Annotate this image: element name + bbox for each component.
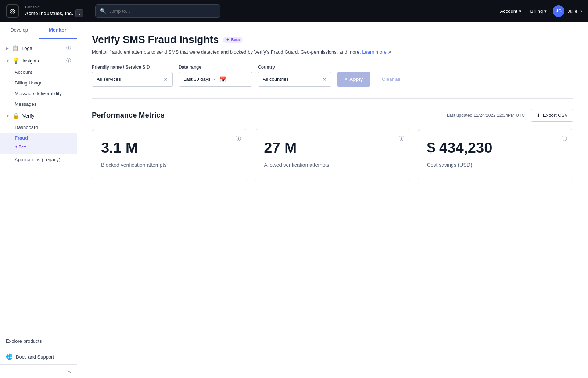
sidebar-tab-group: Develop Monitor (0, 22, 77, 39)
account-menu-button[interactable]: Account ▾ (497, 7, 524, 15)
allowed-value: 27 M (264, 140, 401, 156)
external-link-icon: ↗ (388, 50, 391, 54)
org-toggle-button[interactable]: ⌄ (75, 9, 83, 17)
sidebar: Develop Monitor ▶ 📋 Logs ⓘ ▼ 💡 Insights … (0, 22, 77, 378)
logs-label: Logs (22, 46, 32, 51)
blocked-info-icon[interactable]: ⓘ (236, 135, 241, 142)
page-title: Verify SMS Fraud Insights (92, 34, 219, 46)
learn-more-link[interactable]: Learn more (362, 49, 386, 55)
export-csv-button[interactable]: ⬇ Export CSV (531, 109, 573, 122)
sidebar-footer: 🌐 Docs and Support ⋯ (0, 349, 77, 364)
date-filter-label: Date range (179, 65, 252, 70)
clear-all-button[interactable]: Clear all (376, 72, 406, 87)
clear-all-label: Clear all (382, 76, 401, 82)
performance-header: Performance Metrics Last updated 12/24/2… (92, 109, 573, 122)
blocked-value: 3.1 M (101, 140, 238, 156)
org-name: Acme Industries, Inc. (25, 11, 73, 16)
export-label: Export CSV (543, 112, 568, 118)
account-label: Account (500, 8, 517, 14)
logs-chevron-icon: ▶ (6, 46, 9, 50)
user-chevron-icon[interactable]: ▾ (580, 9, 582, 13)
sidebar-collapse-button[interactable]: « (0, 364, 77, 378)
page-header: Verify SMS Fraud Insights Beta (92, 34, 573, 46)
performance-title: Performance Metrics (92, 111, 165, 119)
date-filter-group: Date range Last 30 days ▾ 📅 (179, 65, 252, 87)
globe-icon: 🌐 (6, 353, 13, 360)
sidebar-item-messages[interactable]: Messages (0, 99, 77, 109)
docs-support-item[interactable]: 🌐 Docs and Support ⋯ (6, 353, 71, 360)
global-search[interactable]: 🔍 (95, 4, 220, 18)
org-name-group[interactable]: Acme Industries, Inc. ⌄ (25, 9, 83, 17)
country-filter-select[interactable]: All countries ✕ (258, 72, 331, 87)
username[interactable]: Julie (567, 8, 577, 14)
verify-chevron-icon: ▼ (6, 114, 10, 118)
search-input[interactable] (109, 8, 215, 14)
section-divider (92, 98, 573, 99)
tab-monitor[interactable]: Monitor (39, 22, 77, 39)
country-filter-label: Country (258, 65, 331, 70)
billing-chevron-icon: ▾ (544, 8, 547, 14)
more-icon[interactable]: ⋯ (66, 354, 71, 360)
beta-tag: Beta (223, 37, 243, 43)
insights-info-icon[interactable]: ⓘ (66, 57, 71, 64)
search-icon: 🔍 (100, 8, 106, 14)
metric-card-allowed: ⓘ 27 M Allowed verification attempts (255, 129, 410, 180)
service-clear-icon[interactable]: ✕ (164, 76, 168, 82)
allowed-label: Allowed verification attempts (264, 162, 401, 168)
apply-button[interactable]: ≡ Apply (337, 72, 370, 87)
filters-row: Friendly name / Service SID All services… (92, 65, 573, 87)
last-updated: Last updated 12/24/2022 12:34PM UTC (447, 113, 525, 118)
service-filter-select[interactable]: All services ✕ (92, 72, 173, 87)
date-chevron-icon: ▾ (214, 77, 215, 81)
metrics-row: ⓘ 3.1 M Blocked verification attempts ⓘ … (92, 129, 573, 180)
service-filter-group: Friendly name / Service SID All services… (92, 65, 173, 87)
sidebar-item-logs[interactable]: ▶ 📋 Logs ⓘ (0, 42, 77, 54)
logs-icon: 📋 (12, 45, 19, 51)
sidebar-nav: ▶ 📋 Logs ⓘ ▼ 💡 Insights ⓘ Account Billin… (0, 39, 77, 334)
sidebar-item-insights[interactable]: ▼ 💡 Insights ⓘ (0, 54, 77, 67)
account-chevron-icon: ▾ (519, 8, 521, 14)
app-logo: ◎ (6, 4, 19, 18)
app-layout: Develop Monitor ▶ 📋 Logs ⓘ ▼ 💡 Insights … (0, 22, 588, 378)
metric-card-savings: ⓘ $ 434,230 Cost savings (USD) (418, 129, 573, 180)
sidebar-item-fraud[interactable]: Fraud Beta (0, 133, 77, 154)
sidebar-item-applications-legacy[interactable]: Applications (Legacy) (0, 154, 77, 165)
top-navigation: ◎ Console Acme Industries, Inc. ⌄ 🔍 Acco… (0, 0, 588, 22)
savings-value: $ 434,230 (427, 140, 564, 156)
tab-develop[interactable]: Develop (0, 22, 39, 39)
docs-support-label: Docs and Support (16, 354, 54, 360)
allowed-info-icon[interactable]: ⓘ (399, 135, 404, 142)
billing-label: Billing (530, 8, 543, 14)
add-icon: ＋ (65, 337, 71, 345)
metric-card-blocked: ⓘ 3.1 M Blocked verification attempts (92, 129, 247, 180)
logs-info-icon[interactable]: ⓘ (66, 45, 71, 51)
service-filter-value: All services (97, 76, 121, 82)
filter-icon: ≡ (345, 77, 347, 82)
country-clear-icon[interactable]: ✕ (322, 76, 327, 82)
explore-products-section[interactable]: Explore products ＋ (0, 334, 77, 349)
sidebar-item-message-deliverability[interactable]: Message deliverability (0, 88, 77, 99)
calendar-icon: 📅 (220, 76, 226, 82)
sidebar-item-billing-usage[interactable]: Billing Usage (0, 78, 77, 88)
verify-icon: 🔒 (12, 112, 19, 119)
sidebar-item-verify[interactable]: ▼ 🔒 Verify (0, 109, 77, 122)
country-filter-group: Country All countries ✕ (258, 65, 331, 87)
service-filter-label: Friendly name / Service SID (92, 65, 173, 70)
collapse-icon: « (68, 368, 71, 374)
sidebar-item-dashboard[interactable]: Dashboard (0, 122, 77, 133)
savings-info-icon[interactable]: ⓘ (562, 135, 567, 142)
page-description: Monitor fraudulent attempts to send SMS … (92, 48, 573, 56)
insights-chevron-icon: ▼ (6, 59, 10, 63)
fraud-beta-badge: Beta (15, 141, 71, 152)
verify-label: Verify (22, 113, 35, 119)
sidebar-item-account[interactable]: Account (0, 67, 77, 78)
date-filter-select[interactable]: Last 30 days ▾ 📅 (179, 72, 252, 87)
insights-label: Insights (22, 58, 39, 64)
billing-menu-button[interactable]: Billing ▾ (527, 7, 550, 15)
main-content: Verify SMS Fraud Insights Beta Monitor f… (77, 22, 588, 378)
apply-label: Apply (349, 76, 363, 82)
user-initials: JC (556, 8, 562, 14)
avatar[interactable]: JC (553, 5, 564, 17)
blocked-label: Blocked verification attempts (101, 162, 238, 168)
explore-products-label: Explore products (6, 338, 42, 344)
